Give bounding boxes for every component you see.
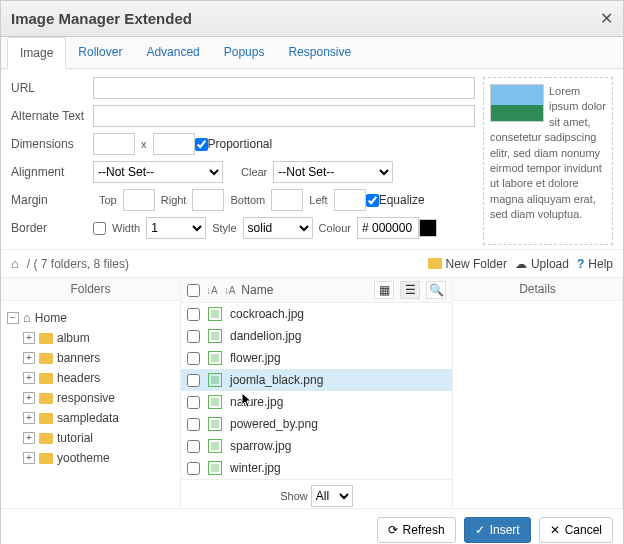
sort-name-icon[interactable]: ↓A <box>224 285 236 296</box>
insert-button[interactable]: ✓Insert <box>464 517 531 543</box>
tab-image[interactable]: Image <box>7 37 66 69</box>
sort-ext-icon[interactable]: ↓A <box>206 285 218 296</box>
clear-select[interactable]: --Not Set-- <box>273 161 393 183</box>
expand-icon[interactable]: + <box>23 392 35 404</box>
margin-right-input[interactable] <box>192 189 224 211</box>
top-label: Top <box>99 194 117 206</box>
folder-icon <box>39 413 53 424</box>
file-checkbox[interactable] <box>187 440 200 453</box>
file-row[interactable]: cockroach.jpg <box>181 303 452 325</box>
proportional-checkbox[interactable] <box>195 138 208 151</box>
file-checkbox[interactable] <box>187 374 200 387</box>
url-input[interactable] <box>93 77 475 99</box>
folder-icon <box>39 393 53 404</box>
tab-advanced[interactable]: Advanced <box>134 37 211 68</box>
width-label: Width <box>112 222 140 234</box>
expand-icon[interactable]: + <box>23 452 35 464</box>
border-label: Border <box>11 221 93 235</box>
collapse-icon[interactable]: − <box>7 312 19 324</box>
select-all-checkbox[interactable] <box>187 284 200 297</box>
folder-icon <box>39 433 53 444</box>
file-row[interactable]: winter.jpg <box>181 457 452 479</box>
file-row[interactable]: dandelion.jpg <box>181 325 452 347</box>
file-row[interactable]: sparrow.jpg <box>181 435 452 457</box>
folder-icon <box>39 333 53 344</box>
new-folder-button[interactable]: New Folder <box>428 257 507 271</box>
help-button[interactable]: ?Help <box>577 257 613 271</box>
expand-icon[interactable]: + <box>23 412 35 424</box>
border-colour-input[interactable] <box>357 217 419 239</box>
clear-label: Clear <box>241 166 267 178</box>
tree-item[interactable]: +banners <box>5 348 176 368</box>
close-icon[interactable]: ✕ <box>600 9 613 28</box>
width-input[interactable] <box>93 133 135 155</box>
file-checkbox[interactable] <box>187 418 200 431</box>
help-icon: ? <box>577 257 584 271</box>
file-name: powered_by.png <box>230 417 318 431</box>
border-width-select[interactable]: 1 <box>146 217 206 239</box>
tree-item[interactable]: +album <box>5 328 176 348</box>
tree-item[interactable]: +sampledata <box>5 408 176 428</box>
file-row[interactable]: joomla_black.png <box>181 369 452 391</box>
tab-responsive[interactable]: Responsive <box>276 37 363 68</box>
margin-left-input[interactable] <box>334 189 366 211</box>
file-row[interactable]: nature.jpg <box>181 391 452 413</box>
expand-icon[interactable]: + <box>23 332 35 344</box>
tree-item[interactable]: +yootheme <box>5 448 176 468</box>
file-name: sparrow.jpg <box>230 439 291 453</box>
preview-thumb <box>490 84 544 122</box>
left-label: Left <box>309 194 327 206</box>
file-checkbox[interactable] <box>187 330 200 343</box>
upload-icon: ☁ <box>515 257 527 271</box>
file-row[interactable]: flower.jpg <box>181 347 452 369</box>
right-label: Right <box>161 194 187 206</box>
tree-item[interactable]: +headers <box>5 368 176 388</box>
margin-label: Margin <box>11 193 93 207</box>
name-header[interactable]: Name <box>241 283 368 297</box>
file-name: flower.jpg <box>230 351 281 365</box>
file-row[interactable]: powered_by.png <box>181 413 452 435</box>
folder-icon <box>39 373 53 384</box>
tab-rollover[interactable]: Rollover <box>66 37 134 68</box>
search-button[interactable]: 🔍 <box>426 281 446 299</box>
image-file-icon <box>208 395 222 409</box>
refresh-button[interactable]: ⟳Refresh <box>377 517 456 543</box>
equalize-label: Equalize <box>379 193 425 207</box>
height-input[interactable] <box>153 133 195 155</box>
file-name: cockroach.jpg <box>230 307 304 321</box>
tree-item[interactable]: +responsive <box>5 388 176 408</box>
border-checkbox[interactable] <box>93 222 106 235</box>
image-file-icon <box>208 461 222 475</box>
cancel-button[interactable]: ✕Cancel <box>539 517 613 543</box>
file-checkbox[interactable] <box>187 352 200 365</box>
list-view-button[interactable]: ☰ <box>400 281 420 299</box>
expand-icon[interactable]: + <box>23 432 35 444</box>
refresh-icon: ⟳ <box>388 523 398 537</box>
tree-root[interactable]: −⌂Home <box>5 307 176 328</box>
border-style-select[interactable]: solid <box>243 217 313 239</box>
file-checkbox[interactable] <box>187 308 200 321</box>
tree-item[interactable]: +tutorial <box>5 428 176 448</box>
align-select[interactable]: --Not Set-- <box>93 161 223 183</box>
file-checkbox[interactable] <box>187 462 200 475</box>
dim-sep: x <box>141 138 147 150</box>
color-swatch[interactable] <box>419 219 437 237</box>
file-name: nature.jpg <box>230 395 283 409</box>
file-checkbox[interactable] <box>187 396 200 409</box>
expand-icon[interactable]: + <box>23 372 35 384</box>
folder-icon <box>428 258 442 269</box>
expand-icon[interactable]: + <box>23 352 35 364</box>
home-icon[interactable]: ⌂ <box>11 256 19 271</box>
margin-bottom-input[interactable] <box>271 189 303 211</box>
margin-top-input[interactable] <box>123 189 155 211</box>
folder-icon <box>39 353 53 364</box>
show-select[interactable]: All <box>311 485 353 507</box>
align-label: Alignment <box>11 165 93 179</box>
grid-view-button[interactable]: ▦ <box>374 281 394 299</box>
tab-popups[interactable]: Popups <box>212 37 277 68</box>
check-icon: ✓ <box>475 523 485 537</box>
upload-button[interactable]: ☁Upload <box>515 257 569 271</box>
image-file-icon <box>208 329 222 343</box>
equalize-checkbox[interactable] <box>366 194 379 207</box>
alt-input[interactable] <box>93 105 475 127</box>
